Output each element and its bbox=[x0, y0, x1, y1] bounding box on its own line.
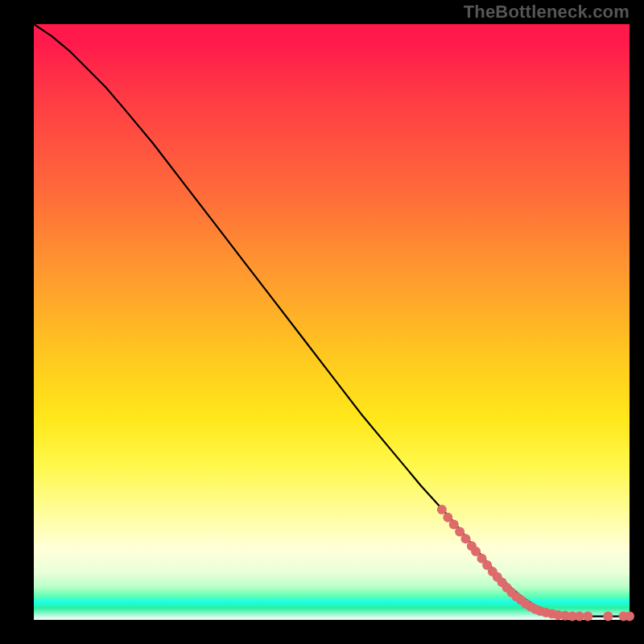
chart-stage: TheBottleneck.com bbox=[0, 0, 644, 644]
chart-markers bbox=[437, 505, 634, 621]
chart-line bbox=[34, 24, 630, 617]
data-marker bbox=[625, 612, 634, 621]
chart-overlay bbox=[34, 24, 630, 620]
data-marker bbox=[575, 612, 584, 621]
watermark-text: TheBottleneck.com bbox=[464, 2, 630, 23]
data-marker bbox=[437, 505, 447, 514]
plot-area bbox=[34, 24, 630, 620]
data-marker bbox=[603, 612, 613, 621]
data-marker bbox=[583, 612, 592, 621]
